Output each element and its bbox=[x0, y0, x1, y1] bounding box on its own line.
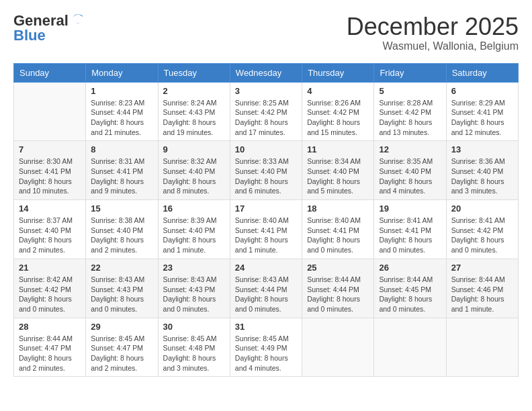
calendar-cell: 2Sunrise: 8:24 AMSunset: 4:43 PMDaylight… bbox=[158, 82, 230, 141]
cell-content: Sunrise: 8:45 AMSunset: 4:47 PMDaylight:… bbox=[91, 334, 152, 373]
cell-content: Sunrise: 8:40 AMSunset: 4:41 PMDaylight:… bbox=[307, 216, 369, 255]
cell-content: Sunrise: 8:40 AMSunset: 4:41 PMDaylight:… bbox=[235, 216, 297, 255]
cell-content: Sunrise: 8:42 AMSunset: 4:42 PMDaylight:… bbox=[19, 275, 81, 314]
day-number: 23 bbox=[163, 263, 225, 273]
cell-content: Sunrise: 8:31 AMSunset: 4:41 PMDaylight:… bbox=[91, 156, 152, 196]
calendar-cell bbox=[14, 82, 86, 141]
day-number: 21 bbox=[19, 263, 81, 273]
calendar-cell: 15Sunrise: 8:38 AMSunset: 4:40 PMDayligh… bbox=[86, 200, 158, 259]
calendar-cell: 3Sunrise: 8:25 AMSunset: 4:42 PMDaylight… bbox=[230, 82, 302, 141]
cell-content: Sunrise: 8:33 AMSunset: 4:40 PMDaylight:… bbox=[235, 156, 297, 196]
cell-content: Sunrise: 8:45 AMSunset: 4:48 PMDaylight:… bbox=[163, 334, 225, 373]
cell-content: Sunrise: 8:37 AMSunset: 4:40 PMDaylight:… bbox=[19, 216, 81, 255]
cell-content: Sunrise: 8:43 AMSunset: 4:43 PMDaylight:… bbox=[91, 275, 152, 314]
day-number: 30 bbox=[163, 322, 225, 332]
day-number: 29 bbox=[91, 322, 152, 332]
day-number: 11 bbox=[307, 144, 369, 154]
day-number: 26 bbox=[379, 263, 441, 273]
day-number: 8 bbox=[91, 144, 152, 154]
calendar-cell: 6Sunrise: 8:29 AMSunset: 4:41 PMDaylight… bbox=[446, 82, 518, 141]
calendar-cell: 19Sunrise: 8:41 AMSunset: 4:41 PMDayligh… bbox=[374, 200, 446, 259]
day-number: 22 bbox=[91, 263, 152, 273]
calendar-cell: 18Sunrise: 8:40 AMSunset: 4:41 PMDayligh… bbox=[302, 200, 374, 259]
calendar-cell bbox=[446, 318, 518, 377]
calendar-week-5: 28Sunrise: 8:44 AMSunset: 4:47 PMDayligh… bbox=[14, 318, 519, 377]
day-number: 5 bbox=[379, 86, 441, 96]
cell-content: Sunrise: 8:34 AMSunset: 4:40 PMDaylight:… bbox=[307, 156, 369, 196]
cell-content: Sunrise: 8:44 AMSunset: 4:47 PMDaylight:… bbox=[19, 334, 81, 373]
calendar-cell: 31Sunrise: 8:45 AMSunset: 4:49 PMDayligh… bbox=[230, 318, 302, 377]
calendar-table: SundayMondayTuesdayWednesdayThursdayFrid… bbox=[13, 63, 519, 377]
day-number: 9 bbox=[163, 144, 225, 154]
calendar-cell: 7Sunrise: 8:30 AMSunset: 4:41 PMDaylight… bbox=[14, 141, 86, 200]
day-number: 20 bbox=[451, 203, 513, 214]
day-header-sunday: Sunday bbox=[14, 63, 86, 82]
calendar-cell bbox=[374, 318, 446, 377]
day-number: 25 bbox=[307, 263, 369, 273]
calendar-cell: 26Sunrise: 8:44 AMSunset: 4:45 PMDayligh… bbox=[374, 259, 446, 318]
calendar-week-3: 14Sunrise: 8:37 AMSunset: 4:40 PMDayligh… bbox=[14, 200, 519, 259]
cell-content: Sunrise: 8:29 AMSunset: 4:41 PMDaylight:… bbox=[451, 98, 513, 138]
day-number: 28 bbox=[19, 322, 81, 332]
logo-general: General bbox=[13, 13, 69, 28]
day-number: 14 bbox=[19, 203, 81, 214]
cell-content: Sunrise: 8:41 AMSunset: 4:41 PMDaylight:… bbox=[379, 216, 441, 255]
calendar-cell: 4Sunrise: 8:26 AMSunset: 4:42 PMDaylight… bbox=[302, 82, 374, 141]
calendar-cell: 23Sunrise: 8:43 AMSunset: 4:43 PMDayligh… bbox=[158, 259, 230, 318]
cell-content: Sunrise: 8:23 AMSunset: 4:44 PMDaylight:… bbox=[91, 98, 152, 138]
calendar-cell: 27Sunrise: 8:44 AMSunset: 4:46 PMDayligh… bbox=[446, 259, 518, 318]
day-header-saturday: Saturday bbox=[446, 63, 518, 82]
cell-content: Sunrise: 8:30 AMSunset: 4:41 PMDaylight:… bbox=[19, 156, 81, 196]
cell-content: Sunrise: 8:41 AMSunset: 4:42 PMDaylight:… bbox=[451, 216, 513, 255]
day-header-monday: Monday bbox=[86, 63, 158, 82]
day-number: 13 bbox=[451, 144, 513, 154]
page-header: General Blue December 2025 Wasmuel, Wall… bbox=[13, 13, 519, 52]
cell-content: Sunrise: 8:44 AMSunset: 4:45 PMDaylight:… bbox=[379, 275, 441, 314]
calendar-week-4: 21Sunrise: 8:42 AMSunset: 4:42 PMDayligh… bbox=[14, 259, 519, 318]
cell-content: Sunrise: 8:44 AMSunset: 4:46 PMDaylight:… bbox=[451, 275, 513, 314]
calendar-cell: 25Sunrise: 8:44 AMSunset: 4:44 PMDayligh… bbox=[302, 259, 374, 318]
cell-content: Sunrise: 8:32 AMSunset: 4:40 PMDaylight:… bbox=[163, 156, 225, 196]
calendar-cell: 8Sunrise: 8:31 AMSunset: 4:41 PMDaylight… bbox=[86, 141, 158, 200]
calendar-week-1: 1Sunrise: 8:23 AMSunset: 4:44 PMDaylight… bbox=[14, 82, 519, 141]
day-number: 1 bbox=[91, 86, 152, 96]
cell-content: Sunrise: 8:39 AMSunset: 4:40 PMDaylight:… bbox=[163, 216, 225, 255]
calendar-cell: 11Sunrise: 8:34 AMSunset: 4:40 PMDayligh… bbox=[302, 141, 374, 200]
cell-content: Sunrise: 8:28 AMSunset: 4:42 PMDaylight:… bbox=[379, 98, 441, 138]
month-title: December 2025 bbox=[347, 13, 519, 40]
cell-content: Sunrise: 8:45 AMSunset: 4:49 PMDaylight:… bbox=[235, 334, 297, 373]
day-number: 15 bbox=[91, 203, 152, 214]
calendar-cell: 17Sunrise: 8:40 AMSunset: 4:41 PMDayligh… bbox=[230, 200, 302, 259]
day-number: 27 bbox=[451, 263, 513, 273]
calendar-cell: 10Sunrise: 8:33 AMSunset: 4:40 PMDayligh… bbox=[230, 141, 302, 200]
cell-content: Sunrise: 8:43 AMSunset: 4:43 PMDaylight:… bbox=[163, 275, 225, 314]
cell-content: Sunrise: 8:44 AMSunset: 4:44 PMDaylight:… bbox=[307, 275, 369, 314]
calendar-cell: 28Sunrise: 8:44 AMSunset: 4:47 PMDayligh… bbox=[14, 318, 86, 377]
title-section: December 2025 Wasmuel, Wallonia, Belgium bbox=[347, 13, 519, 52]
day-number: 10 bbox=[235, 144, 297, 154]
cell-content: Sunrise: 8:35 AMSunset: 4:40 PMDaylight:… bbox=[379, 156, 441, 196]
day-header-wednesday: Wednesday bbox=[230, 63, 302, 82]
calendar-cell: 16Sunrise: 8:39 AMSunset: 4:40 PMDayligh… bbox=[158, 200, 230, 259]
day-number: 6 bbox=[451, 86, 513, 96]
calendar-cell: 9Sunrise: 8:32 AMSunset: 4:40 PMDaylight… bbox=[158, 141, 230, 200]
day-number: 3 bbox=[235, 86, 297, 96]
cell-content: Sunrise: 8:36 AMSunset: 4:40 PMDaylight:… bbox=[451, 156, 513, 196]
day-number: 19 bbox=[379, 203, 441, 214]
calendar-header-row: SundayMondayTuesdayWednesdayThursdayFrid… bbox=[14, 63, 519, 82]
calendar-cell: 13Sunrise: 8:36 AMSunset: 4:40 PMDayligh… bbox=[446, 141, 518, 200]
day-number: 31 bbox=[235, 322, 297, 332]
day-number: 4 bbox=[307, 86, 369, 96]
calendar-cell: 20Sunrise: 8:41 AMSunset: 4:42 PMDayligh… bbox=[446, 200, 518, 259]
calendar-cell: 5Sunrise: 8:28 AMSunset: 4:42 PMDaylight… bbox=[374, 82, 446, 141]
day-number: 17 bbox=[235, 203, 297, 214]
day-number: 7 bbox=[19, 144, 81, 154]
calendar-cell: 22Sunrise: 8:43 AMSunset: 4:43 PMDayligh… bbox=[86, 259, 158, 318]
calendar-cell bbox=[302, 318, 374, 377]
cell-content: Sunrise: 8:24 AMSunset: 4:43 PMDaylight:… bbox=[163, 98, 225, 138]
day-number: 2 bbox=[163, 86, 225, 96]
calendar-week-2: 7Sunrise: 8:30 AMSunset: 4:41 PMDaylight… bbox=[14, 141, 519, 200]
logo: General Blue bbox=[13, 13, 85, 43]
day-number: 16 bbox=[163, 203, 225, 214]
day-header-thursday: Thursday bbox=[302, 63, 374, 82]
